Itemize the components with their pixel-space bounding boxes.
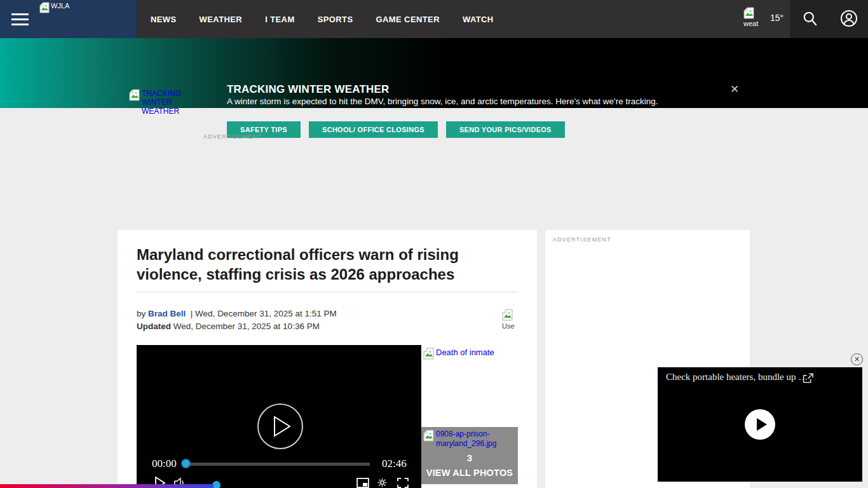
page: WJLA NEWS WEATHER I TEAM SPORTS GAME CEN…: [0, 0, 868, 488]
header-actions-panel: [790, 0, 868, 38]
byline-separator: |: [191, 309, 193, 318]
author-link[interactable]: Brad Bell: [148, 309, 186, 318]
top-advertisement-label: ADVERTISEMENT: [203, 133, 262, 140]
broken-image-icon: [743, 7, 754, 19]
broken-image-icon: [423, 348, 434, 360]
nav-item-weather[interactable]: WEATHER: [200, 15, 243, 24]
banner-thumbnail-alt-text: TRACKING WINTER WEATHER: [142, 89, 205, 116]
banner-thumbnail[interactable]: TRACKING WINTER WEATHER: [129, 89, 205, 116]
nav-item-news[interactable]: NEWS: [151, 15, 177, 24]
bottom-progress-bar: [0, 484, 214, 488]
seek-bar[interactable]: [184, 463, 370, 466]
nav-item-watch[interactable]: WATCH: [463, 15, 494, 24]
floating-video-ad[interactable]: Check portable heaters, bundle up …: [658, 367, 862, 482]
main-nav: NEWS WEATHER I TEAM SPORTS GAME CENTER W…: [151, 0, 494, 38]
article-title: Maryland correctional officers warn of r…: [137, 245, 502, 284]
top-navigation-bar: WJLA NEWS WEATHER I TEAM SPORTS GAME CEN…: [0, 0, 868, 38]
floating-ad-title: Check portable heaters, bundle up …: [666, 372, 818, 383]
menu-icon[interactable]: [11, 13, 29, 25]
banner-close-icon[interactable]: ✕: [730, 83, 739, 96]
current-time: 00:00: [152, 458, 177, 470]
title-divider: [137, 292, 518, 292]
gallery-thumbnail-1[interactable]: Death of inmate: [421, 345, 518, 425]
nav-item-sports[interactable]: SPORTS: [318, 15, 353, 24]
site-logo-alt-text: WJLA: [51, 2, 69, 10]
fullscreen-icon[interactable]: [397, 478, 409, 488]
banner-description: A winter storm is expected to hit the DM…: [227, 97, 658, 106]
broken-image-icon: [502, 309, 513, 321]
sidebar-advertisement-label: ADVERTISEMENT: [553, 236, 611, 243]
search-icon[interactable]: [802, 10, 818, 30]
floating-ad-play-button[interactable]: [745, 409, 775, 440]
thumbnail-1-alt-text: Death of inmate: [436, 348, 494, 360]
broken-image-icon: [423, 430, 434, 442]
photo-gallery: Death of inmate 0908-ap-prison-maryland_…: [421, 345, 518, 484]
winter-weather-alert-banner: TRACKING WINTER WEATHER TRACKING WINTER …: [0, 38, 868, 108]
banner-title[interactable]: TRACKING WINTER WEATHER: [227, 83, 389, 96]
header-logo-panel: WJLA: [0, 0, 137, 38]
banner-buttons: SAFETY TIPS SCHOOL/ OFFICE CLOSINGS SEND…: [227, 121, 565, 138]
weather-icon-alt-text: weat: [743, 20, 758, 27]
play-icon: [757, 418, 767, 431]
updated-label: Updated: [137, 322, 171, 331]
nav-item-i-team[interactable]: I TEAM: [265, 15, 294, 24]
share-icon[interactable]: [803, 373, 813, 386]
byline: by Brad Bell | Wed, December 31, 2025 at…: [137, 308, 337, 333]
send-your-pics-videos-button[interactable]: SEND YOUR PICS/VIDEOS: [446, 121, 565, 138]
view-all-photos-button[interactable]: VIEW ALL PHOTOS: [421, 468, 518, 478]
broken-image-icon: [129, 89, 140, 101]
school-office-closings-button[interactable]: SCHOOL/ OFFICE CLOSINGS: [309, 121, 438, 138]
picture-in-picture-icon[interactable]: [356, 478, 369, 488]
photo-count: 3: [421, 452, 518, 463]
gallery-thumbnail-2[interactable]: 0908-ap-prison-maryland_296.jpg 3 VIEW A…: [421, 427, 518, 484]
author-avatar-alt-text: Use: [502, 322, 524, 330]
weather-widget[interactable]: weat: [743, 7, 758, 27]
play-button[interactable]: [257, 403, 303, 449]
author-avatar[interactable]: Use: [502, 309, 524, 330]
account-icon[interactable]: [840, 10, 858, 30]
temperature-reading: 15°: [770, 13, 783, 23]
seek-handle[interactable]: [181, 459, 191, 468]
byline-prefix: by: [137, 309, 146, 318]
settings-gear-icon[interactable]: [377, 477, 388, 488]
play-icon: [273, 416, 292, 437]
site-logo[interactable]: WJLA: [39, 2, 69, 13]
floating-ad-close-icon[interactable]: ✕: [851, 353, 863, 365]
video-player[interactable]: 00:00 02:46: [137, 345, 421, 488]
published-timestamp: Wed, December 31, 2025 at 1:51 PM: [195, 309, 337, 318]
broken-image-icon: [39, 2, 50, 13]
thumbnail-2-alt-text: 0908-ap-prison-maryland_296.jpg: [436, 430, 517, 449]
nav-item-game-center[interactable]: GAME CENTER: [376, 15, 439, 24]
video-duration: 02:46: [382, 458, 407, 470]
updated-timestamp: Wed, December 31, 2025 at 10:36 PM: [173, 322, 320, 331]
